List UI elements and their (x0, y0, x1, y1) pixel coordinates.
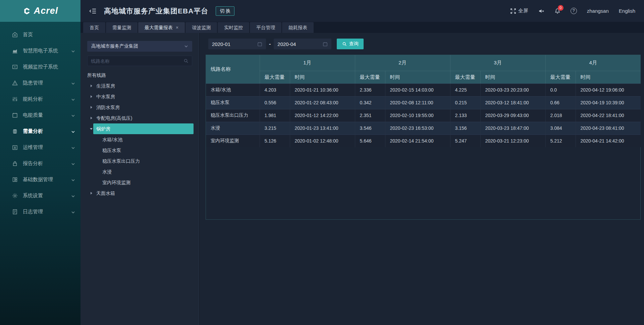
tree-node-label: 锅炉房 (93, 123, 194, 134)
chevron-down-icon (71, 210, 75, 214)
sidebar-item-label: 报告分析 (23, 160, 71, 167)
chevron-down-icon (71, 177, 75, 181)
tree-node-0[interactable]: 生活泵房 (80, 80, 199, 91)
line-search (87, 56, 192, 66)
end-date-input[interactable]: 2020-04 (274, 39, 331, 49)
close-icon[interactable]: × (176, 25, 178, 30)
tab-label: 能耗报表 (288, 25, 307, 30)
cell-time-1: 2020-02-10 19:55:00 (385, 109, 450, 122)
col-header-time-1: 时间 (385, 71, 450, 84)
home-icon (12, 32, 18, 38)
cell-max-demand-3: 2.018 (545, 109, 576, 122)
fullscreen-button[interactable]: 全屏 (510, 8, 528, 14)
query-toolbar: 2020-01 - 2020-04 查询 (208, 39, 364, 49)
tree-leaf-4-2[interactable]: 稳压水泵出口压力 (80, 156, 199, 166)
search-input[interactable] (91, 58, 183, 64)
cell-time-1: 2020-02-08 12:11:00 (385, 96, 450, 109)
date-range-separator: - (269, 41, 271, 47)
cell-max-demand-0: 5.126 (260, 134, 290, 147)
arrow-collapsed-icon[interactable] (89, 95, 93, 98)
tab-6[interactable]: 能耗报表 (282, 22, 314, 33)
org-select[interactable]: 高地城市服务产业集团 (87, 41, 192, 52)
help-button[interactable]: ? (571, 8, 577, 14)
start-date-input[interactable]: 2020-01 (208, 39, 266, 49)
tab-2[interactable]: 最大需量报表× (138, 22, 185, 33)
sidebar-collapse-icon[interactable] (89, 7, 97, 15)
switch-button[interactable]: 切 换 (216, 6, 234, 16)
tree-node-1[interactable]: 中水泵房 (80, 91, 199, 102)
video-icon (12, 64, 18, 70)
language-switch[interactable]: English (619, 8, 635, 14)
cell-max-demand-3: 3.084 (545, 122, 576, 134)
chevron-down-icon (184, 44, 188, 48)
cell-line-name: 室内环境监测 (206, 134, 260, 147)
chevron-down-icon (71, 129, 75, 133)
sidebar-item-9[interactable]: 基础数据管理 (0, 171, 80, 187)
tree-leaf-4-1[interactable]: 稳压水泵 (80, 145, 199, 156)
col-header-max-demand-3: 最大需量 (545, 71, 576, 84)
sidebar-item-1[interactable]: 智慧用电子系统 (0, 43, 80, 59)
cell-time-1: 2020-02-23 16:53:00 (385, 122, 450, 134)
sidebar-item-label: 系统设置 (23, 193, 71, 199)
table-row-3: 水浸3.2152020-01-23 13:41:003.5462020-02-2… (206, 122, 641, 134)
arrow-collapsed-icon[interactable] (89, 192, 93, 195)
chevron-down-icon (71, 113, 75, 117)
sliders-icon (12, 96, 18, 102)
sidebar-item-3[interactable]: 隐患管理 (0, 75, 80, 91)
tab-5[interactable]: 平台管理 (250, 22, 281, 33)
tree-node-4[interactable]: 锅炉房 (80, 123, 199, 134)
sidebar-item-0[interactable]: 首页 (0, 26, 80, 43)
line-tree-panel: 高地城市服务产业集团 所有线路 生活泵房中水泵房消防水泵房专配电房(高低压)锅炉… (80, 33, 199, 325)
search-icon[interactable] (183, 58, 189, 63)
tab-4[interactable]: 实时监控 (218, 22, 249, 33)
cell-max-demand-2: 0.215 (450, 96, 480, 109)
table-row-1: 稳压水泵0.5562020-01-22 08:43:000.3422020-02… (206, 96, 641, 109)
sidebar-item-4[interactable]: 能耗分析 (0, 91, 80, 107)
tree-leaf-4-3[interactable]: 水浸 (80, 166, 199, 177)
tab-0[interactable]: 首页 (83, 22, 105, 33)
arrow-expanded-icon[interactable] (89, 128, 93, 130)
tree-root-label[interactable]: 所有线路 (80, 70, 199, 80)
tree-node-5[interactable]: 天面水箱 (80, 188, 199, 199)
acrel-logo-icon (22, 7, 31, 15)
sidebar-item-label: 能耗分析 (23, 96, 71, 102)
tree-leaf-label: 稳压水泵出口压力 (99, 156, 194, 166)
tree-leaf-4-0[interactable]: 水箱/水池 (80, 134, 199, 145)
cell-max-demand-0: 1.981 (260, 109, 290, 122)
query-button[interactable]: 查询 (337, 39, 364, 49)
sidebar-item-label: 电能质量 (23, 112, 71, 118)
col-header-line-name: 线路名称 (206, 55, 260, 84)
sidebar-item-10[interactable]: 系统设置 (0, 187, 80, 204)
table-row-2: 稳压水泵出口压力1.9812020-01-12 14:22:002.351202… (206, 109, 641, 122)
tree-node-label: 生活泵房 (93, 80, 194, 91)
cell-max-demand-1: 3.546 (355, 122, 385, 134)
tab-label: 需量监测 (112, 25, 131, 30)
sidebar-item-2[interactable]: 视频监控子系统 (0, 59, 80, 75)
cell-time-2: 2020-03-21 12:23:00 (480, 134, 545, 147)
arrow-collapsed-icon[interactable] (89, 85, 93, 87)
username[interactable]: zhangsan (587, 8, 609, 14)
col-header-max-demand-1: 最大需量 (355, 71, 385, 84)
tree-leaf-4-4[interactable]: 室内环境监测 (80, 177, 199, 188)
sidebar-item-11[interactable]: 日志管理 (0, 204, 80, 220)
app-logo: Acrel (0, 0, 80, 22)
tree-node-2[interactable]: 消防水泵房 (80, 102, 199, 113)
cell-time-3: 2020-04-23 08:41:00 (576, 122, 641, 134)
tree-node-3[interactable]: 专配电房(高低压) (80, 113, 199, 123)
col-header-time-2: 时间 (480, 71, 545, 84)
cell-time-0: 2020-01-21 10:36:00 (290, 84, 355, 96)
arrow-collapsed-icon[interactable] (89, 117, 93, 119)
sidebar-item-8[interactable]: 报告分析 (0, 155, 80, 171)
cell-time-2: 2020-03-23 18:47:00 (480, 122, 545, 134)
sidebar-item-5[interactable]: 电能质量 (0, 107, 80, 123)
sidebar-item-7[interactable]: 运维管理 (0, 139, 80, 155)
notifications-button[interactable]: 0 (554, 8, 560, 14)
tab-1[interactable]: 需量监测 (106, 22, 138, 33)
tree-node-label: 专配电房(高低压) (93, 113, 194, 123)
rows-icon (12, 128, 18, 134)
arrow-collapsed-icon[interactable] (89, 106, 93, 109)
chevron-down-icon (71, 97, 75, 101)
mute-button[interactable] (538, 8, 544, 14)
tab-3[interactable]: 谐波监测 (185, 22, 217, 33)
sidebar-item-6[interactable]: 需量分析 (0, 123, 80, 139)
